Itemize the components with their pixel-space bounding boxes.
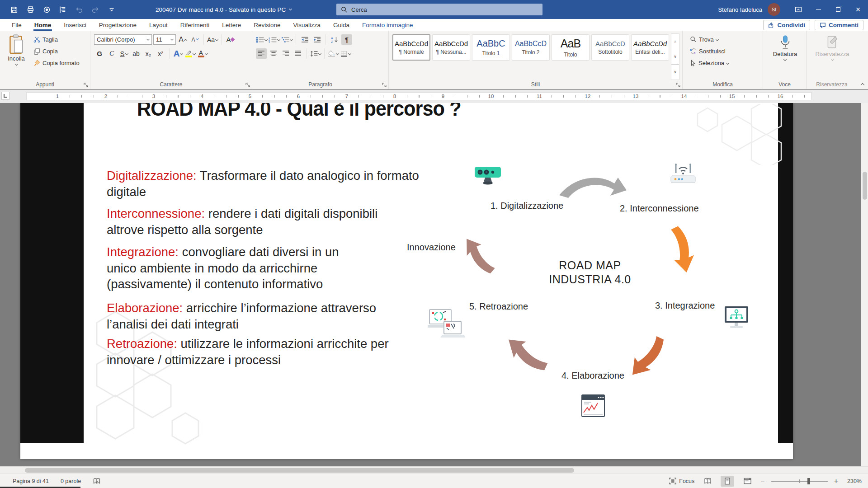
print-layout-button[interactable] xyxy=(721,476,734,487)
paste-button[interactable]: Incolla xyxy=(4,33,29,80)
word-count[interactable]: 0 parole xyxy=(61,478,81,484)
style-enfasi-delicata[interactable]: AaBbCcDdEnfasi deli... xyxy=(631,34,669,61)
focus-button[interactable]: Focus xyxy=(669,478,694,484)
format-painter-button[interactable]: Copia formato xyxy=(32,58,81,68)
style-nessuna-spaziatura[interactable]: AaBbCcDd¶ Nessuna... xyxy=(432,34,470,61)
dictate-button[interactable]: Dettatura xyxy=(767,33,803,61)
collapse-ribbon-icon[interactable] xyxy=(861,83,864,87)
font-launcher-icon[interactable] xyxy=(245,83,250,87)
search-input[interactable] xyxy=(351,6,523,13)
clear-formatting-button[interactable]: A xyxy=(225,34,236,45)
shrink-font-button[interactable]: A xyxy=(189,34,200,45)
tab-lettere[interactable]: Lettere xyxy=(216,19,247,31)
styles-more-icon[interactable]: ∨ xyxy=(671,64,679,80)
align-right-button[interactable] xyxy=(280,48,291,59)
change-case-button[interactable]: Aa xyxy=(207,34,218,45)
ribbon-display-options-icon[interactable] xyxy=(788,0,808,19)
style-titolo[interactable]: AaBTitolo xyxy=(552,34,590,61)
underline-button[interactable]: S xyxy=(118,48,129,59)
replace-button[interactable]: bc Sostituisci xyxy=(688,46,760,56)
strikethrough-button[interactable]: ab xyxy=(131,48,142,59)
vertical-scrollbar-thumb[interactable] xyxy=(863,172,867,200)
tab-riferimenti[interactable]: Riferimenti xyxy=(174,19,216,31)
tab-layout[interactable]: Layout xyxy=(143,19,174,31)
line-spacing-button[interactable] xyxy=(310,48,321,59)
tab-home[interactable]: Home xyxy=(28,19,58,31)
zoom-in-button[interactable]: + xyxy=(834,477,838,485)
shading-button[interactable] xyxy=(328,48,339,59)
horizontal-scrollbar-thumb[interactable] xyxy=(25,468,574,473)
style-normale[interactable]: AaBbCcDd¶ Normale xyxy=(392,34,430,61)
close-button[interactable]: × xyxy=(848,0,868,19)
tab-selector[interactable] xyxy=(1,92,9,100)
zoom-percentage[interactable]: 230% xyxy=(844,478,862,484)
multilevel-list-button[interactable] xyxy=(281,34,292,45)
sort-button[interactable]: AZ xyxy=(329,34,340,45)
bullets-button[interactable] xyxy=(256,34,267,45)
tab-revisione[interactable]: Revisione xyxy=(247,19,287,31)
tab-guida[interactable]: Guida xyxy=(327,19,356,31)
vertical-scrollbar[interactable] xyxy=(861,103,868,466)
zoom-out-button[interactable]: − xyxy=(760,477,764,485)
tab-formato-immagine[interactable]: Formato immagine xyxy=(356,19,420,31)
horizontal-scrollbar[interactable] xyxy=(0,466,868,474)
comments-button[interactable]: Commenti xyxy=(815,20,863,30)
search-box[interactable] xyxy=(336,4,542,15)
copy-button[interactable]: Copia xyxy=(32,46,81,56)
user-name[interactable]: Stefano Iadeluca xyxy=(718,6,762,13)
cut-button[interactable]: Taglia xyxy=(32,34,81,45)
superscript-button[interactable]: x² xyxy=(155,48,166,59)
text-effects-button[interactable]: A xyxy=(173,48,184,59)
bold-button[interactable]: G xyxy=(94,48,105,59)
borders-button[interactable] xyxy=(340,48,351,59)
avatar[interactable]: SI xyxy=(768,3,780,16)
align-left-button[interactable] xyxy=(256,48,267,59)
font-color-button[interactable]: A xyxy=(197,48,208,59)
tab-inserisci[interactable]: Inserisci xyxy=(57,19,93,31)
tab-file[interactable]: File xyxy=(5,19,28,31)
decrease-indent-button[interactable] xyxy=(299,34,310,45)
read-mode-button[interactable] xyxy=(701,476,714,487)
find-button[interactable]: Trova xyxy=(688,34,760,45)
show-formatting-button[interactable]: ¶ xyxy=(341,34,352,45)
horizontal-ruler[interactable]: 1 2 3 4 5 6 7 8 9 10 11 12 13 14 15 16 xyxy=(26,92,811,100)
style-titolo-1[interactable]: AaBbCTitolo 1 xyxy=(472,34,510,61)
page-indicator[interactable]: Pagina 9 di 41 xyxy=(13,478,49,484)
grow-font-button[interactable]: A xyxy=(177,34,188,45)
document-title[interactable]: 200407 Dvr macc ind 4.0 - Salvato in que… xyxy=(156,0,292,19)
tab-progettazione[interactable]: Progettazione xyxy=(93,19,143,31)
highlight-button[interactable] xyxy=(185,48,196,59)
subscript-button[interactable]: x₂ xyxy=(143,48,154,59)
customize-qat-icon[interactable] xyxy=(107,5,117,14)
title-dropdown-icon[interactable] xyxy=(289,7,292,10)
outline-view-icon[interactable] xyxy=(58,5,68,14)
proofing-icon[interactable] xyxy=(93,478,101,485)
styles-launcher-icon[interactable] xyxy=(676,83,680,87)
save-icon[interactable] xyxy=(9,5,19,14)
numbering-button[interactable]: 123 xyxy=(269,34,280,45)
font-size-select[interactable]: 11 xyxy=(153,34,176,45)
restore-button[interactable] xyxy=(828,0,848,19)
quick-print-icon[interactable] xyxy=(25,5,35,14)
italic-button[interactable]: C xyxy=(106,48,117,59)
zoom-slider[interactable] xyxy=(771,481,828,482)
style-sottotitolo[interactable]: AaBbCcDSottotitolo xyxy=(591,34,629,61)
increase-indent-button[interactable] xyxy=(311,34,322,45)
zoom-slider-thumb[interactable] xyxy=(807,478,810,484)
paste-dropdown-icon[interactable] xyxy=(14,62,18,66)
paragraph-launcher-icon[interactable] xyxy=(382,83,387,87)
minimize-button[interactable] xyxy=(808,0,828,19)
styles-scroll-down-icon[interactable]: ∨ xyxy=(671,49,679,64)
document-area[interactable]: ROAD MAP 4.0 - Qual è il percorso ? Digi… xyxy=(0,103,868,466)
style-titolo-2[interactable]: AaBbCcDTitolo 2 xyxy=(512,34,550,61)
clipboard-launcher-icon[interactable] xyxy=(84,83,88,87)
font-family-select[interactable]: Calibri (Corpo) xyxy=(94,34,152,45)
document-page[interactable]: ROAD MAP 4.0 - Qual è il percorso ? Digi… xyxy=(20,103,793,459)
touch-mode-icon[interactable] xyxy=(42,5,52,14)
web-layout-button[interactable] xyxy=(741,476,754,487)
share-button[interactable]: Condividi xyxy=(763,20,810,30)
tab-visualizza[interactable]: Visualizza xyxy=(287,19,327,31)
justify-button[interactable] xyxy=(292,48,303,59)
align-center-button[interactable] xyxy=(268,48,279,59)
select-button[interactable]: Seleziona xyxy=(688,58,760,68)
